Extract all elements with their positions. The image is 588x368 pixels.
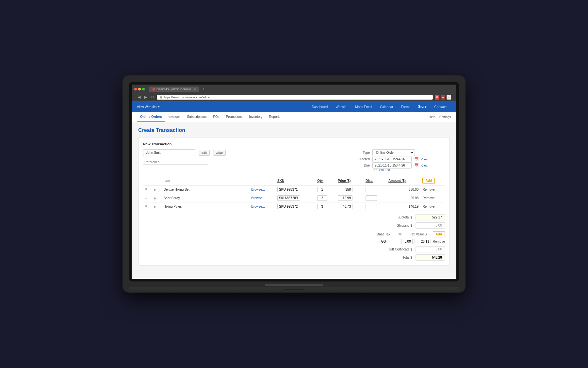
shortcut-30[interactable]: +30 [379,168,384,172]
tax-pct-input[interactable] [401,239,413,244]
screen: BlasCMS - Admin Console ✕ + ◀ ▶ ↻ 🔒 http… [132,85,456,279]
amount-cell: 146.19 [386,202,420,211]
sub-nav-invoices[interactable]: Invoices [165,112,184,122]
sub-nav-promotions[interactable]: Promotions [223,112,246,122]
sku-input[interactable] [277,195,300,201]
remove-tax-link[interactable]: Remove [433,240,445,243]
ordered-date-input[interactable] [372,156,412,162]
ext-yellow-icon[interactable]: ● [447,95,451,100]
shipping-row: Shipping $ 0.00 [143,222,445,229]
browser-tab[interactable]: BlasCMS - Admin Console ✕ [149,87,199,92]
left-col: Edit Clear [143,149,348,172]
expand-icon[interactable]: ▶ [154,205,156,208]
forward-button[interactable]: ▶ [143,94,148,100]
item-name-input[interactable] [164,188,209,191]
minimize-button[interactable] [138,88,141,90]
ordered-calendar-icon[interactable]: 📅 [414,157,419,161]
type-select[interactable]: Online Order Invoice PO [372,149,415,156]
nav-contacts[interactable]: Contacts [431,101,451,112]
nav-forms[interactable]: Forms [397,101,414,112]
tax-name-input[interactable] [380,239,399,244]
shipping-value[interactable]: 0.00 [416,222,445,229]
disc-input[interactable] [366,195,377,201]
settings-link[interactable]: Settings [439,115,451,119]
back-button[interactable]: ◀ [137,94,141,100]
price-input[interactable] [338,195,352,201]
drag-handle-icon[interactable]: ⠿ [145,188,147,191]
expand-icon[interactable]: ▶ [154,197,156,200]
ext-icon-2[interactable]: A [441,95,445,100]
item-name-cell [162,185,249,194]
sub-nav-inventory[interactable]: Inventory [246,112,266,122]
ordered-clear-link[interactable]: Clear [421,158,429,161]
edit-button[interactable]: Edit [199,150,210,156]
disc-input[interactable] [366,187,377,192]
price-cell [336,194,364,202]
ext-icon-1[interactable]: B [435,95,439,100]
add-tax-button[interactable]: Add [433,231,445,237]
item-name-input[interactable] [164,196,209,200]
nav-massemail[interactable]: Mass Email [351,101,376,112]
remove-row-link[interactable]: Remove [422,188,434,191]
nav-dashboard[interactable]: Dashboard [308,101,332,112]
nav-calendar[interactable]: Calendar [376,101,397,112]
sku-input[interactable] [277,204,300,209]
address-bar[interactable]: 🔒 https://www.mybusiness.com/admin [157,95,433,100]
remove-row-link[interactable]: Remove [422,205,434,208]
browse-link[interactable]: Browse... [251,188,265,191]
due-date-input[interactable] [372,162,412,168]
shortcut-15[interactable]: +15 [372,168,377,172]
close-button[interactable] [134,88,137,90]
nav-website[interactable]: Website [332,101,351,112]
drag-handle-icon[interactable]: ⠿ [145,197,147,200]
browse-cell: Browse... [249,194,275,202]
browse-link[interactable]: Browse... [251,196,265,200]
th-disc: Disc. [364,176,386,185]
tax-value-input[interactable] [415,239,431,244]
remove-cell: Remove [420,194,445,202]
help-link[interactable]: Help [429,115,435,119]
nav-store[interactable]: Store [414,101,431,112]
price-input[interactable] [338,204,352,209]
new-tab-button[interactable]: + [201,87,206,91]
clear-customer-button[interactable]: Clear [213,150,226,156]
browse-cell: Browse... [249,202,275,211]
gift-cert-value[interactable]: 0.00 [416,246,445,252]
expand-icon[interactable]: ▶ [154,188,156,191]
laptop-hinge [265,284,323,286]
tab-close-icon[interactable]: ✕ [194,88,196,91]
view-website-button[interactable]: View Website ▼ [137,105,160,109]
transaction-card: New Transaction Edit Clear [138,137,450,265]
qty-input[interactable] [317,187,327,192]
reference-input[interactable] [143,160,208,165]
items-section: Item SKU Qty. Price ($) Disc. Amount ($)… [143,176,445,211]
browse-link[interactable]: Browse... [251,205,265,208]
gift-cert-label: Gift Certificate $ [386,248,412,251]
sku-cell [275,194,315,202]
sub-nav-subscriptions[interactable]: Subscriptions [184,112,210,122]
disc-cell [364,202,386,211]
price-cell [336,202,364,211]
items-table: Item SKU Qty. Price ($) Disc. Amount ($)… [143,176,445,211]
item-name-input[interactable] [164,205,209,208]
add-item-button[interactable]: Add [422,178,434,184]
remove-row-link[interactable]: Remove [422,196,434,200]
sku-input[interactable] [277,187,300,192]
reload-button[interactable]: ↻ [150,94,155,100]
qty-input[interactable] [317,195,327,201]
final-total-row: Total $ 548.28 [143,254,445,261]
th-drag [143,176,152,185]
drag-handle-icon[interactable]: ⠿ [145,205,147,208]
shortcut-60[interactable]: +60 [385,168,390,172]
sub-nav-online-orders[interactable]: Online Orders [137,112,165,122]
sub-nav-reports[interactable]: Reports [266,112,284,122]
due-label: Due [353,164,370,167]
sub-nav-pos[interactable]: POs [210,112,222,122]
customer-input[interactable] [143,149,195,156]
due-clear-link[interactable]: Clear [421,164,429,167]
price-input[interactable] [338,187,352,192]
qty-input[interactable] [317,204,327,209]
disc-input[interactable] [366,204,377,209]
due-calendar-icon[interactable]: 📅 [414,163,419,168]
maximize-button[interactable] [142,88,145,90]
